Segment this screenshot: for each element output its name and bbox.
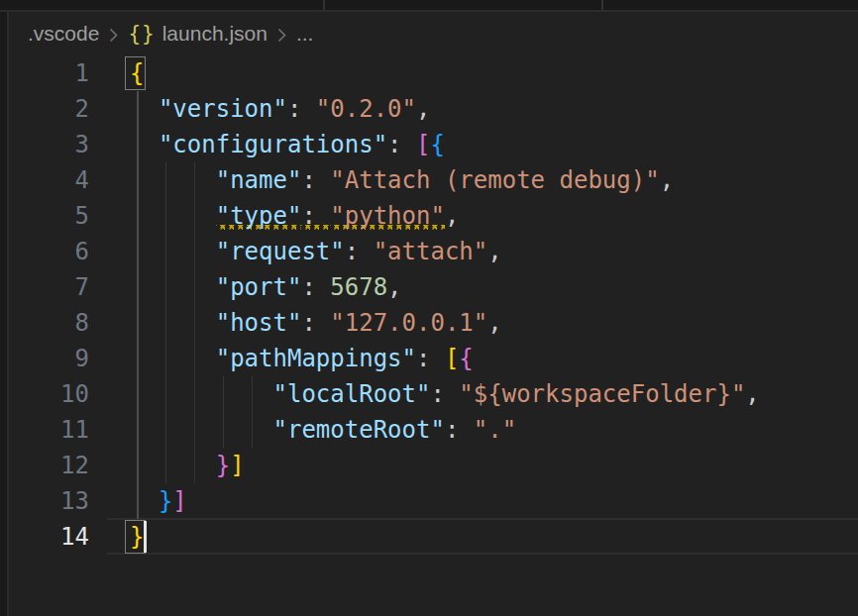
code-token xyxy=(130,131,159,158)
code-token: "attach" xyxy=(374,238,488,265)
code-token: : xyxy=(301,166,330,194)
bracket-match-close xyxy=(125,520,146,554)
indent-guide xyxy=(165,448,167,483)
line-content[interactable]: "request": "attach", xyxy=(130,234,502,269)
line-content[interactable]: }] xyxy=(130,483,187,519)
code-token xyxy=(130,238,216,265)
line-number[interactable]: 7 xyxy=(9,269,89,305)
indent-guide xyxy=(165,198,167,234)
indent-guide xyxy=(137,376,139,412)
line-content[interactable]: "host": "127.0.0.1", xyxy=(130,305,502,341)
line-content[interactable]: "port": 5678, xyxy=(130,269,402,305)
code-line[interactable]: 8 "host": "127.0.0.1", xyxy=(9,305,858,341)
json-braces-icon: {} xyxy=(128,22,155,46)
code-token: : xyxy=(430,380,459,408)
indent-guide xyxy=(165,269,167,305)
code-token: , xyxy=(445,202,459,230)
breadcrumb: .vscode {} launch.json ... xyxy=(9,12,858,55)
line-number[interactable]: 12 xyxy=(9,448,89,483)
code-token: [ xyxy=(445,345,459,372)
code-line[interactable]: 12 }] xyxy=(9,448,858,483)
line-content[interactable]: "name": "Attach (remote debug)", xyxy=(130,162,674,198)
line-content[interactable]: "type": "python", xyxy=(130,198,459,234)
code-token: , xyxy=(416,95,430,123)
code-token: "localRoot" xyxy=(273,380,431,408)
code-line[interactable]: 3 "configurations": [{ xyxy=(9,127,858,162)
line-number[interactable]: 1 xyxy=(9,55,89,91)
line-number[interactable]: 11 xyxy=(9,412,89,448)
code-line[interactable]: 13 }] xyxy=(9,483,858,519)
line-content[interactable]: "version": "0.2.0", xyxy=(130,91,430,127)
tab-3[interactable] xyxy=(603,0,858,10)
code-token: } xyxy=(216,452,230,479)
code-token: "request" xyxy=(216,238,345,265)
breadcrumb-folder[interactable]: .vscode xyxy=(28,22,99,46)
line-content[interactable]: "configurations": [{ xyxy=(130,127,445,162)
indent-guide xyxy=(194,162,196,198)
line-number[interactable]: 4 xyxy=(9,162,89,198)
indent-guide xyxy=(137,198,139,234)
code-line[interactable]: 9 "pathMappings": [{ xyxy=(9,341,858,376)
code-token: : xyxy=(445,416,474,444)
line-number[interactable]: 13 xyxy=(9,483,89,519)
indent-guide xyxy=(137,162,139,198)
line-number[interactable]: 5 xyxy=(9,198,89,234)
panel-sash[interactable] xyxy=(0,12,9,616)
code-line[interactable]: 5 "type": "python", xyxy=(9,198,858,234)
indent-guide xyxy=(165,234,167,269)
code-editor[interactable]: 1{2 "version": "0.2.0",3 "configurations… xyxy=(9,55,858,616)
code-line[interactable]: 6 "request": "attach", xyxy=(9,234,858,269)
code-token xyxy=(130,345,216,372)
indent-guide xyxy=(137,234,139,269)
line-number[interactable]: 3 xyxy=(9,127,89,162)
indent-guide xyxy=(137,412,139,448)
line-number[interactable]: 14 xyxy=(9,519,89,555)
indent-guide xyxy=(252,376,254,412)
code-line[interactable]: 10 "localRoot": "${workspaceFolder}", xyxy=(9,376,858,412)
code-token-warning: "type" xyxy=(216,202,302,230)
line-content[interactable]: }] xyxy=(130,448,245,483)
code-token: ] xyxy=(230,452,244,479)
indent-guide xyxy=(194,305,196,341)
code-token: , xyxy=(487,238,501,265)
breadcrumb-file[interactable]: launch.json xyxy=(162,22,268,46)
code-token: "127.0.0.1" xyxy=(330,309,487,337)
indent-guide xyxy=(194,376,196,412)
code-line[interactable]: 7 "port": 5678, xyxy=(9,269,858,305)
line-content[interactable]: "localRoot": "${workspaceFolder}", xyxy=(130,376,760,412)
code-token: : xyxy=(345,238,374,265)
line-number[interactable]: 9 xyxy=(9,341,89,376)
tab-1[interactable] xyxy=(0,0,323,10)
code-token: , xyxy=(487,309,501,337)
line-number[interactable]: 6 xyxy=(9,234,89,269)
line-number[interactable]: 2 xyxy=(9,91,89,127)
tab-2[interactable] xyxy=(325,0,601,10)
code-token: : xyxy=(416,345,445,372)
line-number[interactable]: 10 xyxy=(9,376,89,412)
code-token xyxy=(130,95,159,123)
code-line[interactable]: 11 "remoteRoot": "." xyxy=(9,412,858,448)
line-number[interactable]: 8 xyxy=(9,305,89,341)
vscode-editor-window: .vscode {} launch.json ... 1{2 "version"… xyxy=(0,0,858,616)
code-token: "0.2.0" xyxy=(316,95,416,123)
code-token: "pathMappings" xyxy=(216,345,416,372)
indent-guide xyxy=(194,412,196,448)
code-token: "version" xyxy=(159,95,287,123)
code-line[interactable]: 4 "name": "Attach (remote debug)", xyxy=(9,162,858,198)
indent-guide xyxy=(137,483,139,519)
line-content[interactable]: "pathMappings": [{ xyxy=(130,341,474,376)
indent-guide xyxy=(252,412,254,448)
code-token: ] xyxy=(172,487,186,515)
code-token: "name" xyxy=(216,166,302,194)
code-token: , xyxy=(387,273,401,301)
code-token: , xyxy=(745,380,759,408)
indent-guide xyxy=(137,269,139,305)
indent-guide xyxy=(194,448,196,483)
code-token: : xyxy=(387,131,416,158)
code-line[interactable]: 2 "version": "0.2.0", xyxy=(9,91,858,127)
code-token: : xyxy=(287,95,316,123)
breadcrumb-symbol-more[interactable]: ... xyxy=(296,22,314,46)
indent-guide xyxy=(137,448,139,483)
line-content[interactable]: "remoteRoot": "." xyxy=(130,412,516,448)
code-token: "." xyxy=(474,416,516,444)
